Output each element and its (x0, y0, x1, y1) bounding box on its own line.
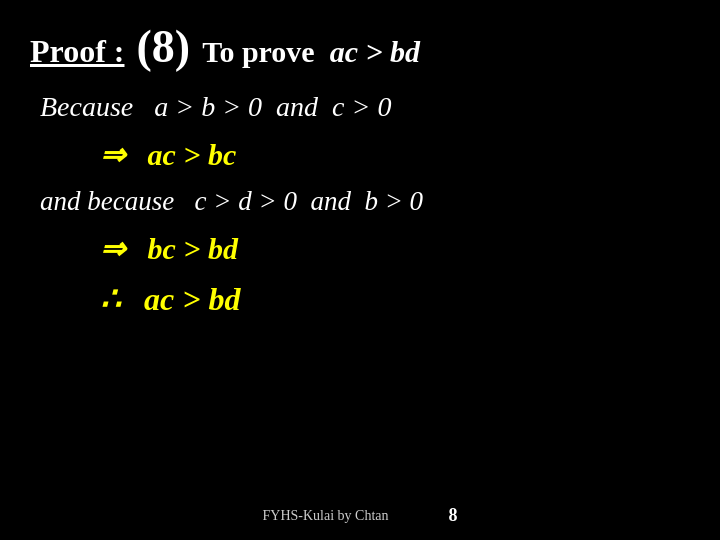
proof-label: Proof : (30, 33, 124, 70)
because-expr: a > b > 0 and c > 0 (154, 91, 391, 122)
line-because: Because a > b > 0 and c > 0 (30, 91, 690, 123)
implies2-line: ⇒ bc > bd (90, 231, 690, 266)
therefore-symbol: ∴ (100, 281, 120, 317)
to-prove-prefix: To prove (202, 35, 315, 68)
slide: Proof : (8) To prove ac > bd Because a >… (0, 0, 720, 540)
therefore-line: ∴ ac > bd (90, 280, 690, 318)
andbecause-word: and because (40, 186, 174, 216)
footer: FYHS-Kulai by Chtan 8 (263, 505, 458, 526)
implies1-arrow: ⇒ (100, 138, 125, 171)
step-number: (8) (136, 20, 190, 73)
andbecause-expr: c > d > 0 and b > 0 (194, 186, 423, 216)
implies1-line: ⇒ ac > bc (90, 137, 690, 172)
line-andbecause: and because c > d > 0 and b > 0 (30, 186, 690, 217)
therefore-expr: ac > bd (144, 281, 240, 317)
because-word: Because (40, 91, 133, 122)
to-prove-expr: ac > bd (330, 35, 420, 68)
to-prove: To prove ac > bd (202, 35, 420, 69)
proof-header: Proof : (8) To prove ac > bd (30, 20, 690, 73)
implies2-arrow: ⇒ (100, 232, 125, 265)
implies1-expr: ac > bc (148, 138, 237, 171)
footer-credit: FYHS-Kulai by Chtan (263, 508, 389, 524)
footer-page: 8 (449, 505, 458, 526)
implies2-expr: bc > bd (148, 232, 238, 265)
